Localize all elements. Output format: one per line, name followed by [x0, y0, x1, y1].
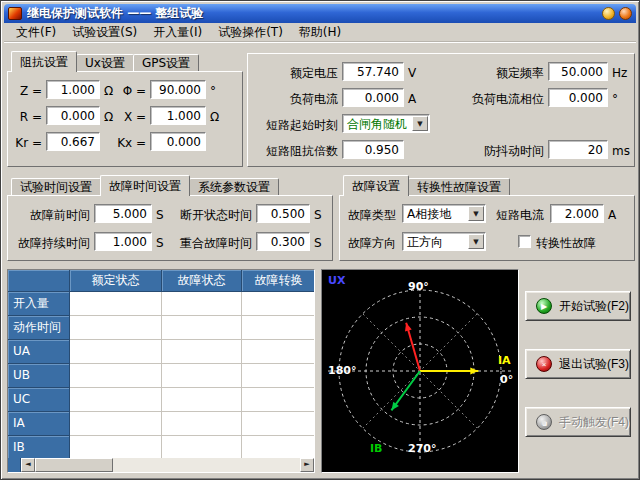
- tab-fault-time[interactable]: 故障时间设置: [100, 175, 190, 196]
- table-row-label: IB: [8, 436, 70, 460]
- load-current-phase-label: 负荷电流相位: [418, 90, 544, 109]
- manual-trigger-button: ■ 手动触发(F4): [525, 407, 631, 437]
- rated-voltage-label: 额定电压: [254, 64, 338, 83]
- menu-file[interactable]: 文件(F): [8, 22, 64, 43]
- anti-jitter-unit: ms: [612, 142, 630, 161]
- load-current-unit: A: [408, 90, 416, 109]
- tab-gps-settings[interactable]: GPS设置: [133, 54, 199, 71]
- scroll-right-button[interactable]: ►: [300, 458, 314, 472]
- anti-jitter-input[interactable]: 20: [548, 140, 608, 159]
- menu-test-settings[interactable]: 试验设置(S): [64, 22, 145, 43]
- fault-direction-value: 正方向: [403, 233, 467, 250]
- load-current-phase-input[interactable]: 0.000: [548, 88, 608, 107]
- table-cell: [162, 388, 242, 412]
- table-row-label: 动作时间: [8, 316, 70, 340]
- convertible-fault-checkbox-label: 转换性故障: [536, 234, 596, 253]
- dropdown-arrow-icon[interactable]: ▼: [468, 206, 484, 221]
- load-current-label: 负荷电流: [254, 90, 338, 109]
- table-cell: [70, 436, 162, 460]
- angle-90-label: 90°: [408, 280, 429, 293]
- table-cell: [242, 388, 315, 412]
- menu-test-operation[interactable]: 试验操作(T): [210, 22, 291, 43]
- exit-test-button[interactable]: × 退出试验(F3): [525, 349, 631, 379]
- rated-voltage-input[interactable]: 57.740: [342, 62, 404, 81]
- table-row: UC: [8, 388, 314, 412]
- menu-binary-input[interactable]: 开入量(I): [145, 22, 210, 43]
- r-input[interactable]: 0.000: [46, 106, 100, 125]
- dropdown-arrow-icon[interactable]: ▼: [468, 234, 484, 249]
- short-circuit-current-input[interactable]: 2.000: [550, 204, 604, 223]
- vector-red-arrowhead: [405, 323, 412, 332]
- impedance-multiplier-label: 短路阻抗倍数: [248, 142, 338, 161]
- exit-test-label: 退出试验(F3): [559, 356, 629, 373]
- scroll-thumb[interactable]: [35, 458, 113, 472]
- scroll-track[interactable]: [113, 458, 300, 472]
- table-cell: [242, 340, 315, 364]
- rated-frequency-input[interactable]: 50.000: [548, 62, 608, 81]
- start-test-button[interactable]: ▶ 开始试验(F2): [525, 291, 631, 321]
- fault-settings-panel: 故障类型 A相接地 ▼ 短路电流 2.000 A 故障方向 正方向 ▼ 转换性故…: [339, 195, 635, 261]
- angle-0-label: 0°: [500, 373, 513, 386]
- window-title: 继电保护测试软件 —— 整组试验: [27, 5, 598, 22]
- pre-fault-time-input[interactable]: 5.000: [94, 204, 152, 223]
- tab-fault-settings[interactable]: 故障设置: [343, 175, 409, 196]
- open-state-time-label: 断开状态时间: [166, 206, 252, 225]
- anti-jitter-label: 防抖动时间: [418, 142, 544, 161]
- dropdown-arrow-icon[interactable]: ▼: [412, 116, 428, 131]
- menubar: 文件(F) 试验设置(S) 开入量(I) 试验操作(T) 帮助(H): [4, 23, 636, 42]
- menu-help[interactable]: 帮助(H): [291, 22, 349, 43]
- fault-type-select[interactable]: A相接地 ▼: [402, 204, 486, 223]
- r-label: R =: [14, 108, 42, 127]
- minimize-button[interactable]: [602, 7, 615, 20]
- angle-270-label: 270°: [408, 442, 436, 455]
- table-cell: [162, 292, 242, 316]
- fault-direction-select[interactable]: 正方向 ▼: [402, 232, 486, 251]
- tab-convertible-fault-settings[interactable]: 转换性故障设置: [408, 178, 510, 195]
- table-cell: [70, 340, 162, 364]
- table-body: 开入量动作时间UAUBUCIAIB: [8, 292, 314, 460]
- scroll-left-button[interactable]: ◄: [21, 458, 35, 472]
- kx-label: Kx =: [106, 134, 146, 153]
- convertible-fault-checkbox[interactable]: [518, 235, 531, 248]
- z-input[interactable]: 1.000: [46, 80, 100, 99]
- table-cell: [242, 316, 315, 340]
- z-label: Z =: [14, 82, 42, 101]
- result-table: 额定状态 故障状态 故障转换 开入量动作时间UAUBUCIAIB ◄ ►: [7, 269, 315, 473]
- rated-frequency-label: 额定频率: [418, 64, 544, 83]
- table-cell: [70, 364, 162, 388]
- pre-fault-time-unit: S: [156, 206, 164, 225]
- reclose-fault-time-input[interactable]: 0.300: [256, 232, 310, 251]
- kx-input[interactable]: 0.000: [150, 132, 206, 151]
- table-row-label: UC: [8, 388, 70, 412]
- closing-angle-select[interactable]: 合闸角随机 ▼: [342, 114, 430, 133]
- close-button[interactable]: [619, 7, 632, 20]
- app-icon: [8, 7, 22, 20]
- app-window: 继电保护测试软件 —— 整组试验 文件(F) 试验设置(S) 开入量(I) 试验…: [0, 0, 640, 480]
- table-cell: [242, 436, 315, 460]
- exit-test-icon: ×: [536, 356, 552, 372]
- table-cell: [162, 364, 242, 388]
- phi-input[interactable]: 90.000: [150, 80, 206, 99]
- tab-ux-settings[interactable]: Ux设置: [76, 54, 134, 71]
- manual-trigger-label: 手动触发(F4): [559, 414, 629, 431]
- table-hscrollbar: ◄ ►: [8, 458, 314, 472]
- open-state-time-input[interactable]: 0.500: [256, 204, 310, 223]
- impedance-multiplier-input[interactable]: 0.950: [342, 140, 404, 159]
- table-row-header-stub: [8, 458, 21, 472]
- table-row: IA: [8, 412, 314, 436]
- fault-duration-input[interactable]: 1.000: [94, 232, 152, 251]
- x-input[interactable]: 1.000: [150, 106, 206, 125]
- kr-input[interactable]: 0.667: [46, 132, 100, 151]
- reclose-fault-time-unit: S: [314, 234, 322, 253]
- tab-impedance-settings[interactable]: 阻抗设置: [11, 51, 77, 72]
- pre-fault-time-label: 故障前时间: [12, 206, 90, 225]
- impedance-tabstrip: 阻抗设置 Ux设置 GPS设置: [11, 51, 198, 71]
- load-current-input[interactable]: 0.000: [342, 88, 404, 107]
- load-current-phase-unit: °: [612, 90, 618, 109]
- table-cell: [162, 340, 242, 364]
- tab-system-params[interactable]: 系统参数设置: [189, 178, 279, 195]
- rated-frequency-unit: Hz: [612, 64, 627, 83]
- x-unit: Ω: [210, 108, 219, 127]
- table-col-header-fault: 故障状态: [162, 270, 242, 292]
- tab-test-time[interactable]: 试验时间设置: [11, 178, 101, 195]
